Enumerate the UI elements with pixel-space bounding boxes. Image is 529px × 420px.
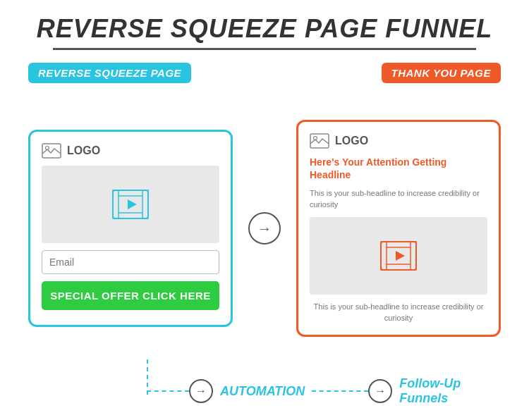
dashed-line-2	[312, 390, 368, 392]
right-subheadline: This is your sub-headline to increase cr…	[310, 188, 487, 210]
automation-label: AUTOMATION	[213, 384, 312, 399]
left-video-icon	[112, 190, 149, 219]
left-card: LOGO SPECIAL OFFER CLICK HERE	[28, 130, 233, 327]
left-page-label: REVERSE SQUEEZE PAGE	[28, 63, 191, 83]
left-logo-text: LOGO	[67, 144, 100, 157]
right-logo-text: LOGO	[335, 135, 368, 147]
left-logo-row: LOGO	[42, 143, 219, 159]
labels-row: REVERSE SQUEEZE PAGE THANK YOU PAGE	[21, 63, 508, 83]
right-logo-icon	[310, 133, 329, 149]
bottom-arrow-1: →	[189, 379, 213, 403]
page-wrapper: REVERSE SQUEEZE PAGE FUNNEL REVERSE SQUE…	[0, 0, 529, 420]
svg-rect-4	[142, 190, 148, 218]
email-input[interactable]	[42, 250, 219, 274]
bottom-row: → AUTOMATION → Follow-Up Funnels	[21, 376, 508, 406]
cta-button[interactable]: SPECIAL OFFER CLICK HERE	[42, 281, 219, 310]
right-video-icon	[380, 241, 417, 271]
right-headline: Here's Your Attention Getting Headline	[310, 156, 487, 181]
dashed-line-1	[147, 390, 189, 392]
svg-rect-12	[411, 242, 416, 270]
vertical-dashed-line	[147, 359, 148, 395]
right-video-placeholder	[310, 217, 487, 295]
right-logo-row: LOGO	[310, 133, 487, 149]
followup-label: Follow-Up Funnels	[392, 376, 494, 406]
center-arrow: →	[248, 212, 281, 245]
bottom-arrow-2: →	[368, 379, 392, 403]
right-card: LOGO Here's Your Attention Getting Headl…	[296, 120, 501, 337]
title-divider	[53, 48, 476, 50]
left-video-placeholder	[42, 166, 219, 243]
left-logo-icon	[42, 143, 61, 159]
svg-marker-7	[128, 199, 137, 209]
svg-marker-15	[396, 251, 405, 261]
svg-rect-3	[113, 190, 118, 218]
page-title: REVERSE SQUEEZE PAGE FUNNEL	[37, 14, 492, 44]
right-page-label: THANK YOU PAGE	[382, 63, 501, 83]
svg-rect-11	[381, 242, 387, 270]
content-row: LOGO SPECIAL OFFER CLICK HERE →	[21, 90, 508, 366]
right-caption: This is your sub-headline to increase cr…	[310, 302, 487, 323]
